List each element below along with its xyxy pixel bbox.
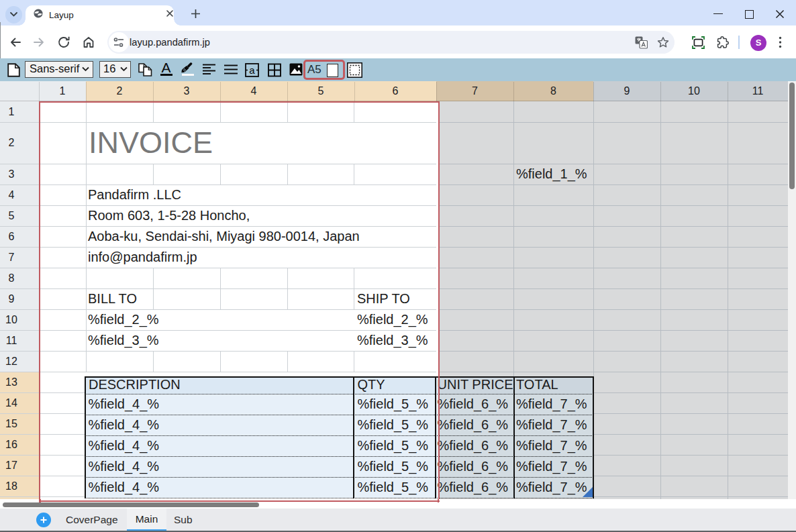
svg-text:a: a <box>249 64 255 76</box>
